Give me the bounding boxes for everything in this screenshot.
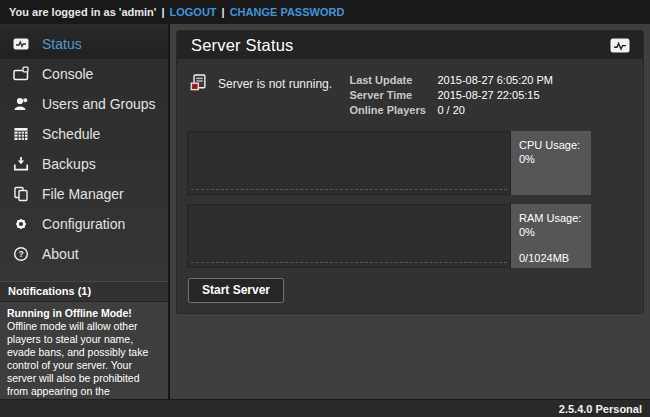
change-password-link[interactable]: CHANGE PASSWORD: [230, 6, 345, 18]
card-body: Server is not running. Last Update 2015-…: [177, 59, 643, 313]
status-icon: [12, 36, 29, 53]
sidebar-item-label: Backups: [42, 156, 96, 172]
svg-text:?: ?: [18, 249, 23, 259]
sidebar-item-file-manager[interactable]: File Manager: [0, 179, 168, 209]
sidebar-item-label: About: [42, 246, 79, 262]
notifications-header: Notifications (1): [0, 281, 168, 302]
sidebar-item-about[interactable]: ? About: [0, 239, 168, 269]
sidebar-nav: Status Console Users and Groups Schedule: [0, 24, 168, 269]
notification-title: Running in Offline Mode!: [7, 307, 162, 320]
info-label: Last Update: [349, 74, 437, 86]
users-icon: [12, 96, 29, 113]
cpu-usage-value: 0%: [519, 152, 585, 166]
sidebar-item-label: Status: [42, 36, 82, 52]
gear-icon: [12, 216, 29, 233]
sidebar-item-console[interactable]: Console: [0, 59, 168, 89]
page-title: Server Status: [191, 36, 294, 55]
activity-monitor-icon: [610, 38, 630, 53]
info-label: Online Players: [349, 104, 437, 116]
logged-in-text: You are logged in as 'admin': [9, 6, 156, 18]
server-info-list: Last Update 2015-08-27 6:05:20 PM Server…: [349, 74, 553, 116]
separator: |: [161, 6, 164, 18]
ram-usage-info: RAM Usage: 0% 0/1024MB: [511, 204, 591, 268]
server-state: Server is not running.: [190, 74, 332, 94]
logout-link[interactable]: LOGOUT: [170, 6, 217, 18]
cpu-usage-graph: [187, 131, 511, 195]
server-stopped-icon: [190, 74, 207, 94]
info-label: Server Time: [349, 89, 437, 101]
server-status-message: Server is not running.: [218, 77, 332, 91]
backups-icon: [12, 156, 29, 173]
version-label: 2.5.4.0 Personal: [559, 403, 642, 415]
main-area: Server Status Server is not running. Las…: [170, 24, 650, 399]
cpu-usage-info: CPU Usage: 0%: [511, 131, 591, 195]
ram-usage-detail: 0/1024MB: [519, 251, 585, 265]
ram-usage-label: RAM Usage:: [519, 211, 585, 225]
info-value: 0 / 20: [437, 104, 553, 116]
ram-usage-value: 0%: [519, 225, 585, 239]
sidebar-item-users-and-groups[interactable]: Users and Groups: [0, 89, 168, 119]
ram-usage-panel: RAM Usage: 0% 0/1024MB: [187, 204, 591, 268]
cpu-usage-panel: CPU Usage: 0%: [187, 131, 591, 195]
sidebar-item-label: Users and Groups: [42, 96, 156, 112]
notification-text: Offline mode will allow other players to…: [7, 320, 162, 399]
card-header: Server Status: [177, 31, 643, 59]
ram-usage-graph: [187, 204, 511, 268]
notification-item: Running in Offline Mode! Offline mode wi…: [0, 302, 168, 399]
info-value: 2015-08-27 22:05:15: [437, 89, 553, 101]
console-icon: [12, 66, 29, 83]
sidebar-item-label: Configuration: [42, 216, 125, 232]
sidebar-item-label: Console: [42, 66, 93, 82]
schedule-icon: [12, 126, 29, 143]
sidebar-item-backups[interactable]: Backups: [0, 149, 168, 179]
sidebar-item-configuration[interactable]: Configuration: [0, 209, 168, 239]
status-row: Server is not running. Last Update 2015-…: [187, 69, 633, 131]
start-server-button[interactable]: Start Server: [188, 278, 284, 303]
sidebar: Status Console Users and Groups Schedule: [0, 24, 170, 399]
footer-bar: 2.5.4.0 Personal: [0, 399, 650, 417]
notifications-panel: Notifications (1) Running in Offline Mod…: [0, 281, 168, 399]
top-bar: You are logged in as 'admin' | LOGOUT | …: [0, 0, 650, 24]
sidebar-item-status[interactable]: Status: [0, 29, 168, 59]
file-manager-icon: [12, 186, 29, 203]
help-icon: ?: [12, 246, 29, 263]
cpu-usage-label: CPU Usage:: [519, 138, 585, 152]
page-layout: Status Console Users and Groups Schedule: [0, 24, 650, 399]
sidebar-item-label: File Manager: [42, 186, 124, 202]
server-status-card: Server Status Server is not running. Las…: [176, 30, 644, 314]
sidebar-item-label: Schedule: [42, 126, 100, 142]
info-value: 2015-08-27 6:05:20 PM: [437, 74, 553, 86]
sidebar-item-schedule[interactable]: Schedule: [0, 119, 168, 149]
separator: |: [222, 6, 225, 18]
